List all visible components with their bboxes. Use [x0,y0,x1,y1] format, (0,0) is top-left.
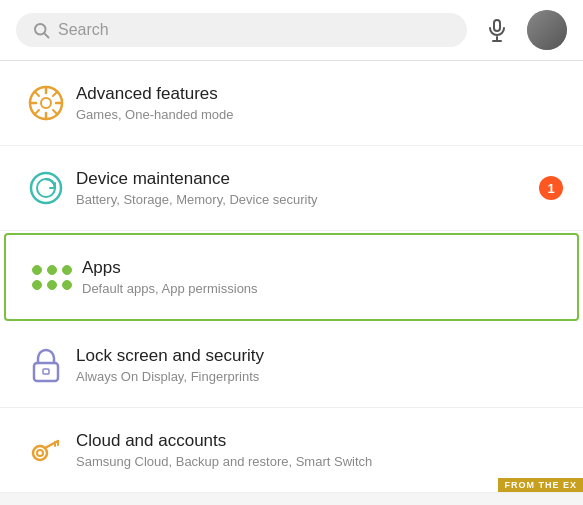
avatar-image [527,10,567,50]
advanced-features-text: Advanced features Games, One-handed mode [72,84,563,122]
settings-item-device-maintenance[interactable]: Device maintenance Battery, Storage, Mem… [0,146,583,231]
cloud-accounts-icon-wrapper [20,424,72,476]
device-maintenance-badge: 1 [539,176,563,200]
avatar[interactable] [527,10,567,50]
cloud-accounts-icon [28,431,64,469]
settings-list: Advanced features Games, One-handed mode… [0,61,583,493]
search-icon [32,21,50,39]
svg-rect-17 [34,363,58,381]
svg-rect-2 [494,20,500,31]
device-maintenance-title: Device maintenance [76,169,539,189]
advanced-features-subtitle: Games, One-handed mode [76,107,563,122]
svg-line-14 [35,110,40,115]
advanced-features-title: Advanced features [76,84,563,104]
device-maintenance-text: Device maintenance Battery, Storage, Mem… [72,169,539,207]
apps-icon-wrapper [26,251,78,303]
search-input-wrapper[interactable]: Search [16,13,467,47]
lock-screen-icon-wrapper [20,339,72,391]
apps-icon [32,265,72,290]
cloud-accounts-title: Cloud and accounts [76,431,563,451]
lock-screen-subtitle: Always On Display, Fingerprints [76,369,563,384]
svg-point-6 [41,98,51,108]
settings-item-advanced-features[interactable]: Advanced features Games, One-handed mode [0,61,583,146]
svg-line-11 [35,92,40,97]
svg-line-13 [53,92,58,97]
apps-dot-5 [47,280,57,290]
apps-dot-2 [47,265,57,275]
apps-text: Apps Default apps, App permissions [78,258,557,296]
settings-item-cloud-accounts[interactable]: Cloud and accounts Samsung Cloud, Backup… [0,408,583,493]
device-maintenance-icon-wrapper [20,162,72,214]
lock-screen-icon [28,346,64,384]
search-placeholder: Search [58,21,451,39]
settings-item-lock-screen[interactable]: Lock screen and security Always On Displ… [0,323,583,408]
apps-subtitle: Default apps, App permissions [82,281,557,296]
cloud-accounts-text: Cloud and accounts Samsung Cloud, Backup… [72,431,563,469]
svg-point-15 [31,173,61,203]
svg-line-1 [44,33,48,37]
lock-screen-title: Lock screen and security [76,346,563,366]
apps-dot-1 [32,265,42,275]
device-maintenance-subtitle: Battery, Storage, Memory, Device securit… [76,192,539,207]
apps-title: Apps [82,258,557,278]
svg-point-20 [37,450,43,456]
cloud-accounts-subtitle: Samsung Cloud, Backup and restore, Smart… [76,454,563,469]
advanced-features-icon-wrapper [20,77,72,129]
search-bar: Search [0,0,583,61]
apps-dot-6 [62,280,72,290]
lock-screen-text: Lock screen and security Always On Displ… [72,346,563,384]
svg-line-21 [45,441,58,448]
svg-rect-18 [43,369,49,374]
mic-icon-wrapper[interactable] [477,10,517,50]
apps-dot-3 [62,265,72,275]
device-maintenance-icon [27,169,65,207]
apps-dot-4 [32,280,42,290]
mic-icon [485,18,509,42]
advanced-features-icon [27,84,65,122]
svg-line-12 [53,110,58,115]
watermark: FROM THE EX [498,478,583,492]
settings-item-apps[interactable]: Apps Default apps, App permissions [4,233,579,321]
